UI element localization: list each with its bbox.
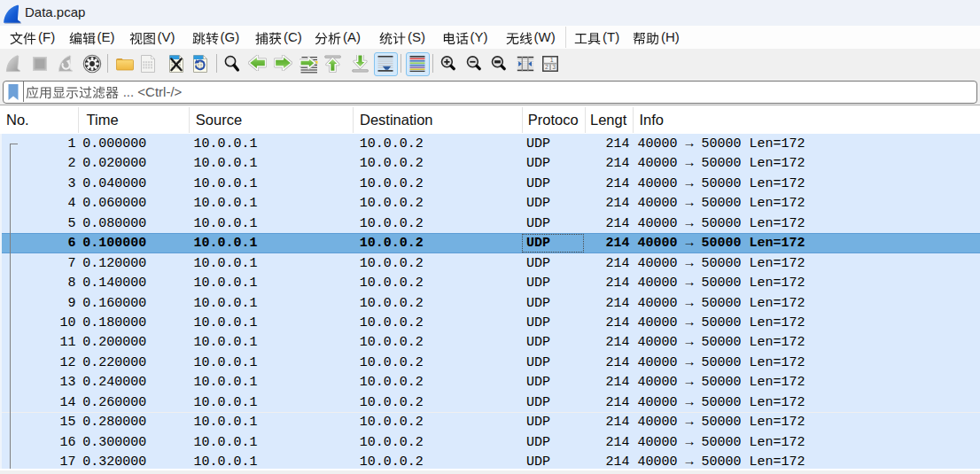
svg-text:2: 2 bbox=[545, 64, 548, 70]
svg-text:3: 3 bbox=[552, 64, 556, 70]
svg-text:1: 1 bbox=[549, 57, 553, 63]
